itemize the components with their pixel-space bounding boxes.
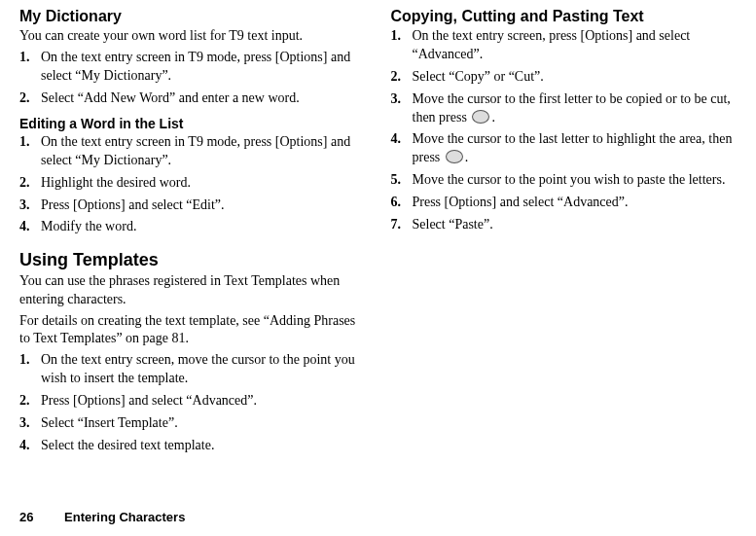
heading-copy-cut-paste: Copying, Cutting and Pasting Text xyxy=(391,8,739,25)
list-item: 4. Modify the word. xyxy=(19,218,368,236)
list-item: 2. Press [Options] and select “Advanced”… xyxy=(19,392,368,411)
steps-editing-word: 1. On the text entry screen in T9 mode, … xyxy=(19,133,368,236)
list-item: 1. On the text entry screen in T9 mode, … xyxy=(19,49,368,86)
heading-my-dictionary: My Dictionary xyxy=(19,8,368,25)
step-text-post: . xyxy=(465,150,469,164)
intro-using-templates-1: You can use the phrases registered in Te… xyxy=(19,272,368,307)
step-text: Move the cursor to the first letter to b… xyxy=(413,90,739,127)
step-text: Press [Options] and select “Edit”. xyxy=(41,197,368,215)
step-text: On the text entry screen, press [Options… xyxy=(413,27,739,64)
intro-my-dictionary: You can create your own word list for T9… xyxy=(19,27,368,45)
step-number: 6. xyxy=(391,194,413,212)
step-number: 4. xyxy=(19,437,41,455)
list-item: 2. Highlight the desired word. xyxy=(19,174,368,193)
step-number: 7. xyxy=(391,216,413,234)
step-number: 2. xyxy=(19,174,41,193)
step-text: Move the cursor to the point you wish to… xyxy=(413,171,739,190)
center-key-icon xyxy=(472,110,489,124)
right-column: Copying, Cutting and Pasting Text 1. On … xyxy=(391,8,739,459)
list-item: 7. Select “Paste”. xyxy=(391,216,739,234)
page-number: 26 xyxy=(19,510,33,524)
list-item: 3. Select “Insert Template”. xyxy=(19,414,368,433)
list-item: 1. On the text entry screen, move the cu… xyxy=(19,351,368,388)
step-number: 2. xyxy=(19,89,41,108)
step-number: 3. xyxy=(19,197,41,215)
list-item: 2. Select “Add New Word” and enter a new… xyxy=(19,89,368,108)
step-number: 2. xyxy=(19,392,41,411)
steps-my-dictionary: 1. On the text entry screen in T9 mode, … xyxy=(19,49,368,108)
step-text: On the text entry screen in T9 mode, pre… xyxy=(41,133,368,170)
step-text: Select “Insert Template”. xyxy=(41,414,368,433)
step-number: 1. xyxy=(19,351,41,370)
step-text: Move the cursor to the last letter to hi… xyxy=(413,130,739,167)
step-text: Modify the word. xyxy=(41,218,368,236)
step-text: Press [Options] and select “Advanced”. xyxy=(413,194,739,212)
step-text: Highlight the desired word. xyxy=(41,174,368,193)
step-text-post: . xyxy=(491,110,495,125)
step-number: 1. xyxy=(19,49,41,67)
list-item: 5. Move the cursor to the point you wish… xyxy=(391,171,739,190)
step-text: Select “Copy” or “Cut”. xyxy=(413,68,739,87)
list-item: 3. Move the cursor to the first letter t… xyxy=(391,90,739,127)
intro-using-templates-2: For details on creating the text templat… xyxy=(19,312,368,347)
step-number: 4. xyxy=(391,130,413,149)
step-text: Select “Add New Word” and enter a new wo… xyxy=(41,89,368,108)
step-number: 3. xyxy=(391,90,413,109)
step-number: 2. xyxy=(391,68,413,87)
list-item: 6. Press [Options] and select “Advanced”… xyxy=(391,194,739,212)
steps-copy-cut-paste: 1. On the text entry screen, press [Opti… xyxy=(391,27,739,234)
left-column: My Dictionary You can create your own wo… xyxy=(19,8,368,459)
list-item: 1. On the text entry screen, press [Opti… xyxy=(391,27,739,64)
page-footer: 26 Entering Characters xyxy=(19,510,185,524)
step-text: On the text entry screen, move the curso… xyxy=(41,351,368,388)
list-item: 1. On the text entry screen in T9 mode, … xyxy=(19,133,368,170)
list-item: 4. Move the cursor to the last letter to… xyxy=(391,130,739,167)
step-number: 3. xyxy=(19,414,41,433)
list-item: 3. Press [Options] and select “Edit”. xyxy=(19,197,368,215)
list-item: 4. Select the desired text template. xyxy=(19,437,368,455)
step-number: 1. xyxy=(391,27,413,46)
step-text: Press [Options] and select “Advanced”. xyxy=(41,392,368,411)
step-text: Select “Paste”. xyxy=(413,216,739,234)
list-item: 2. Select “Copy” or “Cut”. xyxy=(391,68,739,87)
heading-editing-word: Editing a Word in the List xyxy=(19,116,368,131)
steps-using-templates: 1. On the text entry screen, move the cu… xyxy=(19,351,368,454)
heading-using-templates: Using Templates xyxy=(19,250,368,270)
section-name: Entering Characters xyxy=(64,510,185,524)
step-text: On the text entry screen in T9 mode, pre… xyxy=(41,49,368,86)
step-number: 4. xyxy=(19,218,41,236)
step-text-pre: Move the cursor to the first letter to b… xyxy=(413,91,731,125)
step-number: 1. xyxy=(19,133,41,152)
step-number: 5. xyxy=(391,171,413,190)
center-key-icon xyxy=(446,150,463,163)
step-text: Select the desired text template. xyxy=(41,437,368,455)
